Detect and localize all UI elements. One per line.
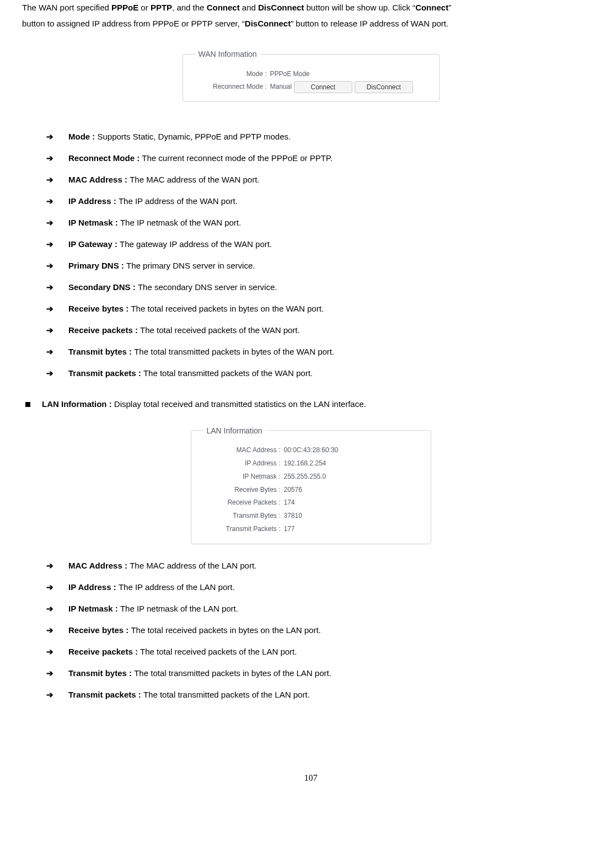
wan-info-figure: WAN Information Mode : PPPoE Mode Reconn… bbox=[22, 47, 599, 102]
term: Receive packets : bbox=[68, 325, 140, 335]
receive-bytes-value: 20576 bbox=[284, 484, 302, 496]
mode-value: PPPoE Mode bbox=[270, 68, 310, 81]
mode-label: Mode : bbox=[195, 68, 270, 81]
term: Receive packets : bbox=[68, 647, 140, 656]
text-bold: Connect bbox=[207, 3, 240, 12]
transmit-bytes-value: 37810 bbox=[284, 510, 302, 522]
desc: The total received packets in bytes on t… bbox=[131, 625, 320, 635]
desc: The IP netmask of the WAN port. bbox=[120, 218, 241, 227]
list-item: Transmit bytes : The total transmitted p… bbox=[46, 664, 599, 682]
list-item: Mode : Supports Static, Dynamic, PPPoE a… bbox=[46, 127, 599, 146]
term: Reconnect Mode : bbox=[68, 153, 142, 163]
intro-paragraph: The WAN port specified PPPoE or PPTP, an… bbox=[22, 0, 599, 31]
term: Transmit packets : bbox=[68, 368, 143, 378]
desc: The total transmitted packets of the WAN… bbox=[143, 368, 313, 378]
transmit-packets-label: Transmit Packets : bbox=[203, 523, 284, 535]
desc: The total transmitted packets in bytes o… bbox=[134, 668, 331, 678]
desc: Display total received and transmitted s… bbox=[114, 399, 366, 409]
mac-address-label: MAC Address : bbox=[203, 444, 284, 457]
desc: The MAC address of the WAN port. bbox=[130, 175, 259, 184]
list-item: IP Address : The IP address of the WAN p… bbox=[46, 192, 599, 210]
list-item: IP Netmask : The IP netmask of the WAN p… bbox=[46, 213, 599, 232]
desc: The primary DNS server in service. bbox=[126, 261, 255, 270]
list-item: Primary DNS : The primary DNS server in … bbox=[46, 256, 599, 275]
list-item: Reconnect Mode : The current reconnect m… bbox=[46, 149, 599, 167]
desc: The total transmitted packets of the LAN… bbox=[143, 690, 310, 699]
list-item: Transmit bytes : The total transmitted p… bbox=[46, 342, 599, 361]
text: or bbox=[138, 3, 151, 12]
reconnect-mode-value: Manual bbox=[270, 81, 292, 93]
term: Transmit packets : bbox=[68, 690, 143, 699]
ip-netmask-value: 255.255.255.0 bbox=[284, 470, 326, 483]
receive-bytes-label: Receive Bytes : bbox=[203, 484, 284, 496]
wan-field-list: Mode : Supports Static, Dynamic, PPPoE a… bbox=[22, 127, 599, 382]
transmit-packets-value: 177 bbox=[284, 523, 295, 535]
list-item: Receive bytes : The total received packe… bbox=[46, 621, 599, 639]
list-item: Receive packets : The total received pac… bbox=[46, 642, 599, 661]
desc: The current reconnect mode of the PPPoE … bbox=[142, 153, 333, 163]
text: button to assigned IP address from PPPoE… bbox=[22, 19, 245, 28]
lan-info-legend: LAN Information bbox=[203, 424, 266, 438]
term: IP Address : bbox=[68, 196, 119, 206]
desc: The gateway IP address of the WAN port. bbox=[120, 239, 272, 249]
desc: The IP netmask of the LAN port. bbox=[120, 604, 238, 613]
term: IP Netmask : bbox=[68, 604, 120, 613]
text: and bbox=[240, 3, 258, 12]
term: IP Address : bbox=[68, 582, 119, 592]
lan-field-list: MAC Address : The MAC address of the LAN… bbox=[22, 556, 599, 704]
list-item: Transmit packets : The total transmitted… bbox=[46, 685, 599, 704]
lan-info-heading: LAN Information : Display total received… bbox=[22, 396, 599, 412]
disconnect-button[interactable]: DisConnect bbox=[355, 81, 413, 93]
term: Receive bytes : bbox=[68, 625, 131, 635]
mac-address-value: 00:0C:43:28:60:30 bbox=[284, 444, 339, 457]
desc: The total transmitted packets in bytes o… bbox=[134, 347, 334, 356]
ip-netmask-label: IP Netmask : bbox=[203, 470, 284, 483]
reconnect-mode-label: Reconnect Mode : bbox=[195, 81, 270, 93]
desc: The total received packets of the WAN po… bbox=[140, 325, 300, 335]
wan-info-legend: WAN Information bbox=[195, 47, 260, 62]
desc: The total received packets of the LAN po… bbox=[140, 647, 297, 656]
receive-packets-value: 174 bbox=[284, 496, 295, 509]
term: MAC Address : bbox=[68, 175, 130, 184]
list-item: IP Gateway : The gateway IP address of t… bbox=[46, 235, 599, 253]
text-bold: Connect bbox=[415, 3, 448, 12]
desc: The MAC address of the LAN port. bbox=[130, 561, 256, 570]
text-bold: PPPoE bbox=[111, 3, 138, 12]
list-item: IP Address : The IP address of the LAN p… bbox=[46, 578, 599, 596]
text: ” button to release IP address of WAN po… bbox=[291, 19, 448, 28]
term: IP Gateway : bbox=[68, 239, 120, 249]
text-bold: DisConnect bbox=[258, 3, 304, 12]
desc: Supports Static, Dynamic, PPPoE and PPTP… bbox=[98, 132, 291, 141]
term: Mode : bbox=[68, 132, 98, 141]
text: The WAN port specified bbox=[22, 3, 111, 12]
list-item: Secondary DNS : The secondary DNS server… bbox=[46, 278, 599, 296]
ip-address-value: 192.168.2.254 bbox=[284, 457, 326, 470]
list-item: IP Netmask : The IP netmask of the LAN p… bbox=[46, 599, 599, 618]
desc: The IP address of the LAN port. bbox=[119, 582, 235, 592]
term: Transmit bytes : bbox=[68, 347, 134, 356]
text-bold: PPTP bbox=[151, 3, 172, 12]
list-item: MAC Address : The MAC address of the WAN… bbox=[46, 170, 599, 189]
transmit-bytes-label: Transmit Bytes : bbox=[203, 510, 284, 522]
term: LAN Information : bbox=[42, 399, 114, 409]
page-number: 107 bbox=[22, 770, 599, 786]
term: Primary DNS : bbox=[68, 261, 126, 270]
term: Receive bytes : bbox=[68, 304, 131, 313]
lan-info-figure: LAN Information MAC Address :00:0C:43:28… bbox=[22, 424, 599, 544]
list-item: Receive packets : The total received pac… bbox=[46, 321, 599, 339]
list-item: MAC Address : The MAC address of the LAN… bbox=[46, 556, 599, 575]
text: , and the bbox=[172, 3, 207, 12]
term: IP Netmask : bbox=[68, 218, 120, 227]
connect-button[interactable]: Connect bbox=[294, 81, 352, 93]
desc: The total received packets in bytes on t… bbox=[131, 304, 324, 313]
text: button will be show up. Click “ bbox=[304, 3, 415, 12]
receive-packets-label: Receive Packets : bbox=[203, 496, 284, 509]
text-bold: DisConnect bbox=[245, 19, 291, 28]
term: Secondary DNS : bbox=[68, 282, 138, 292]
desc: The secondary DNS server in service. bbox=[138, 282, 277, 292]
list-item: Receive bytes : The total received packe… bbox=[46, 299, 599, 318]
list-item: Transmit packets : The total transmitted… bbox=[46, 364, 599, 382]
term: MAC Address : bbox=[68, 561, 130, 570]
term: Transmit bytes : bbox=[68, 668, 134, 678]
desc: The IP address of the WAN port. bbox=[119, 196, 238, 206]
